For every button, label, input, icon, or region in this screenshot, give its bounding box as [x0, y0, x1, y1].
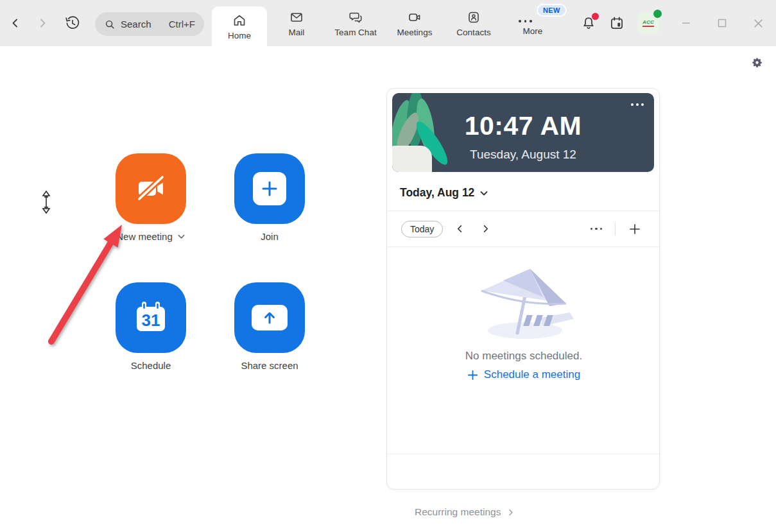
- main-tabs: Home Mail Team Chat: [212, 0, 562, 46]
- notifications-button[interactable]: [574, 9, 603, 37]
- zoom-app-window: Search Ctrl+F Home Mail: [0, 0, 776, 532]
- profile-avatar[interactable]: ACC: [637, 12, 659, 34]
- presence-dot: [653, 10, 662, 18]
- tab-label: More: [523, 26, 543, 36]
- history-clock-icon: [64, 15, 81, 31]
- chevron-right-icon: [507, 509, 514, 516]
- action-new-meeting: New meeting: [99, 153, 202, 242]
- calendar-icon: [608, 15, 625, 31]
- calendar-toolbar: Today: [387, 211, 660, 246]
- action-share-screen: Share screen: [218, 282, 321, 371]
- join-button[interactable]: [234, 153, 305, 224]
- titlebar: Search Ctrl+F Home Mail: [0, 0, 776, 46]
- tab-meetings[interactable]: Meetings: [385, 0, 444, 46]
- action-label: Join: [261, 231, 279, 242]
- date-header-label: Today, Aug 12: [400, 186, 474, 200]
- minimize-button[interactable]: [668, 0, 704, 46]
- plus-tile-icon: [253, 172, 286, 205]
- chevron-down-icon[interactable]: [177, 232, 185, 241]
- tab-label: Meetings: [397, 28, 433, 37]
- add-meeting-button[interactable]: [622, 219, 648, 239]
- tab-contacts[interactable]: Contacts: [444, 0, 503, 46]
- clock-time: 10:47 AM: [392, 111, 654, 141]
- video-camera-off-icon: [131, 169, 171, 209]
- schedule-button[interactable]: 31: [116, 282, 186, 353]
- tab-team-chat[interactable]: Team Chat: [326, 0, 385, 46]
- gear-icon: [751, 56, 763, 69]
- tab-label: Team Chat: [334, 28, 376, 37]
- action-join: Join: [218, 153, 321, 242]
- clock-card: 10:47 AM Tuesday, August 12: [392, 93, 654, 172]
- tab-label: Home: [228, 31, 251, 40]
- clock-card-menu[interactable]: [631, 103, 644, 106]
- clock-date: Tuesday, August 12: [392, 148, 654, 162]
- search-placeholder: Search: [121, 19, 151, 30]
- new-badge: NEW: [537, 4, 567, 17]
- resize-cursor-icon: [40, 191, 52, 214]
- tab-home[interactable]: Home: [212, 6, 267, 46]
- avatar-logo: ACC: [642, 19, 654, 27]
- empty-state: No meetings scheduled. Schedule a meetin…: [387, 247, 660, 383]
- date-header-dropdown[interactable]: Today, Aug 12: [400, 186, 488, 200]
- prev-day-button[interactable]: [447, 219, 472, 239]
- action-schedule: 31 Schedule: [99, 282, 202, 371]
- recurring-meetings-link[interactable]: Recurring meetings: [415, 506, 514, 518]
- search-shortcut: Ctrl+F: [169, 19, 195, 30]
- tab-label: Mail: [289, 28, 305, 37]
- team-chat-icon: [348, 10, 363, 25]
- tab-mail[interactable]: Mail: [267, 0, 326, 46]
- calendar-more-button[interactable]: [584, 221, 609, 237]
- next-day-button[interactable]: [472, 219, 498, 239]
- share-screen-button[interactable]: [234, 282, 305, 353]
- home-icon: [232, 13, 247, 28]
- tab-more[interactable]: NEW More: [503, 0, 562, 46]
- chevron-right-icon: [37, 18, 47, 28]
- search-icon: [104, 19, 116, 30]
- action-label: Schedule: [131, 360, 171, 371]
- new-meeting-button[interactable]: [116, 153, 186, 224]
- action-label: Share screen: [241, 360, 298, 371]
- empty-message: No meetings scheduled.: [387, 350, 660, 363]
- minimize-icon: [682, 19, 691, 28]
- history-button[interactable]: [64, 15, 81, 31]
- tab-label: Contacts: [456, 28, 490, 37]
- divider: [615, 223, 616, 236]
- nav-back-button[interactable]: [10, 18, 21, 28]
- svg-text:31: 31: [142, 311, 160, 330]
- action-label: New meeting: [116, 231, 173, 242]
- close-icon: [754, 19, 763, 28]
- chevron-down-icon: [479, 189, 488, 198]
- calendar-31-icon: 31: [132, 298, 170, 338]
- nav-forward-button[interactable]: [37, 18, 47, 28]
- divider: [387, 454, 660, 454]
- meetings-panel: 10:47 AM Tuesday, August 12 Today, Aug 1…: [386, 88, 660, 490]
- notification-dot: [592, 13, 599, 20]
- contacts-icon: [466, 10, 481, 25]
- today-button[interactable]: Today: [401, 221, 443, 237]
- close-button[interactable]: [740, 0, 776, 46]
- mail-icon: [289, 10, 304, 25]
- share-arrow-icon: [252, 305, 288, 330]
- maximize-button[interactable]: [704, 0, 740, 46]
- plus-icon: [467, 370, 478, 381]
- meetings-camera-icon: [407, 10, 422, 25]
- settings-button[interactable]: [751, 56, 763, 69]
- schedule-meeting-link[interactable]: Schedule a meeting: [467, 368, 580, 381]
- maximize-icon: [718, 19, 727, 28]
- more-ellipsis-icon: [519, 20, 532, 22]
- calendar-button[interactable]: [603, 9, 631, 37]
- umbrella-illustration: [472, 261, 575, 345]
- chevron-left-icon: [10, 18, 21, 28]
- search-input[interactable]: Search Ctrl+F: [95, 12, 204, 36]
